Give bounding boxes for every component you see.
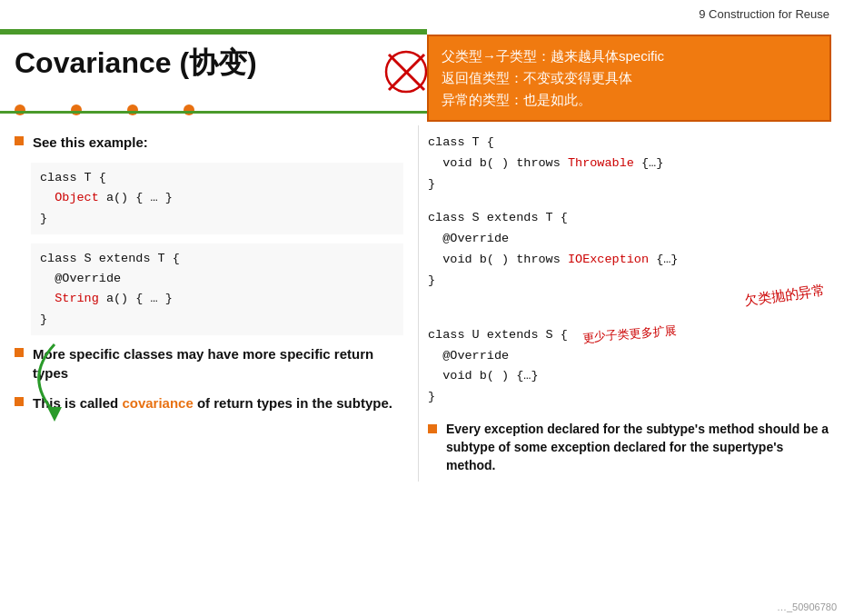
bullet-icon-3 bbox=[15, 397, 24, 406]
svg-marker-3 bbox=[47, 407, 62, 422]
hw-annotation-2: 更少子类更多扩展 bbox=[581, 320, 678, 348]
r-code-line-1: class T { bbox=[428, 133, 835, 154]
r-code-line-10: void b( ) {…} bbox=[428, 366, 835, 387]
dot-row bbox=[15, 104, 194, 115]
slide-header: 9 Construction for Reuse bbox=[699, 7, 829, 21]
code-line-7: } bbox=[40, 310, 394, 330]
code-ioexception: IOException bbox=[568, 253, 649, 266]
code-throwable: Throwable bbox=[568, 156, 634, 170]
dot-2 bbox=[71, 104, 82, 115]
bullet-icon-1 bbox=[15, 136, 24, 145]
annotation-box: 父类型→子类型：越来越具体specific 返回值类型：不变或变得更具体 异常的… bbox=[427, 35, 831, 122]
code-line-3: } bbox=[40, 209, 394, 229]
bullet-covariance-word: covariance bbox=[122, 395, 193, 411]
code-block-T-left: class T { Object a() { … } } bbox=[31, 163, 403, 234]
r-code-line-8: class U extends S { 更少子类更多扩展 bbox=[428, 324, 835, 346]
dot-3 bbox=[127, 104, 138, 115]
r-code-line-4: class S extends T { bbox=[428, 208, 835, 229]
x-mark-icon bbox=[382, 47, 432, 97]
r-code-line-6: void b( ) throws IOException {…} bbox=[428, 250, 835, 271]
code-block-T-right: class T { void b( ) throws Throwable {…}… bbox=[428, 133, 835, 195]
green-arrow-icon bbox=[29, 340, 80, 422]
dot-4 bbox=[184, 104, 194, 115]
bullet-exception-right: Every exception declared for the subtype… bbox=[428, 421, 835, 474]
annotation-line2: 返回值类型：不变或变得更具体 bbox=[442, 67, 817, 89]
bullet-text-1: See this example: bbox=[33, 133, 148, 152]
bullet-text-right: Every exception declared for the subtype… bbox=[446, 421, 835, 474]
bullet-text-3: This is called covariance of return type… bbox=[33, 393, 392, 412]
code-block-S-right: class S extends T { @Override void b( ) … bbox=[428, 208, 835, 292]
code-line-5: @Override bbox=[40, 269, 394, 289]
code-object: Object bbox=[55, 191, 99, 204]
bullet-text-2: More specific classes may have more spec… bbox=[33, 344, 403, 383]
bullet-see-example: See this example: bbox=[15, 133, 403, 152]
code-line-4: class S extends T { bbox=[40, 249, 394, 269]
bullet-label-2: More specific classes may have more spec… bbox=[33, 346, 373, 381]
bullet-icon-2 bbox=[15, 348, 24, 357]
bullet-icon-right bbox=[428, 424, 437, 433]
code-line-1: class T { bbox=[40, 168, 394, 188]
r-code-line-3: } bbox=[428, 174, 835, 195]
code-block-S-left: class S extends T { @Override String a()… bbox=[31, 243, 403, 335]
code-string: String bbox=[55, 292, 99, 305]
green-underline bbox=[0, 111, 427, 114]
code-block-U-right: class U extends S { 更少子类更多扩展 @Override v… bbox=[428, 324, 835, 409]
dot-1 bbox=[15, 104, 25, 115]
green-top-bar bbox=[0, 29, 427, 35]
annotation-line3: 异常的类型：也是如此。 bbox=[442, 89, 817, 111]
r-code-line-9: @Override bbox=[428, 346, 835, 367]
left-column: See this example: class T { Object a() {… bbox=[0, 125, 418, 482]
annotation-line1: 父类型→子类型：越来越具体specific bbox=[442, 45, 817, 67]
watermark: …_50906780 bbox=[777, 601, 837, 612]
slide-title: Covariance (协变) bbox=[15, 44, 257, 84]
r-code-line-11: } bbox=[428, 387, 835, 408]
right-column: class T { void b( ) throws Throwable {…}… bbox=[418, 125, 844, 482]
header-title: 9 Construction for Reuse bbox=[699, 7, 829, 21]
bullet-covariance-suffix: of return types in the subtype. bbox=[194, 395, 392, 411]
r-code-line-5: @Override bbox=[428, 229, 835, 250]
code-line-2: Object a() { … } bbox=[40, 188, 394, 208]
r-code-line-2: void b( ) throws Throwable {…} bbox=[428, 154, 835, 174]
code-line-6: String a() { … } bbox=[40, 289, 394, 309]
main-content: See this example: class T { Object a() {… bbox=[0, 125, 844, 482]
bullet-label-1: See this example: bbox=[33, 134, 148, 150]
